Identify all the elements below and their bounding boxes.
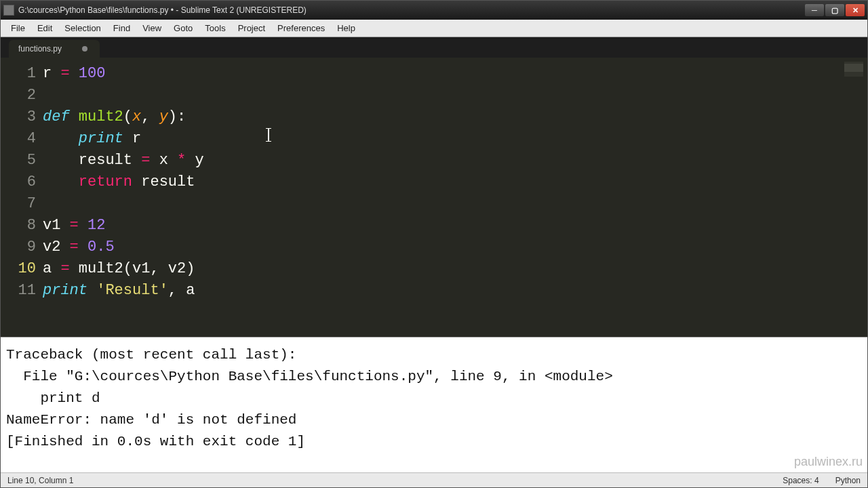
menu-item-goto[interactable]: Goto	[167, 21, 199, 35]
file-tab[interactable]: functions.py	[9, 40, 100, 58]
line-number: 9	[1, 237, 36, 258]
minimap-viewport	[844, 64, 863, 72]
app-window: G:\cources\Python Base\files\functions.p…	[0, 0, 868, 488]
gutter: 1234567891011	[1, 58, 43, 337]
code-line[interactable]: v1 = 12	[43, 215, 867, 237]
menu-item-project[interactable]: Project	[232, 21, 271, 35]
close-button[interactable]: ✕	[846, 4, 865, 16]
code-line[interactable]: result = x * y	[43, 150, 867, 171]
minimap[interactable]	[844, 62, 863, 77]
menu-item-file[interactable]: File	[5, 21, 31, 35]
menu-item-view[interactable]: View	[136, 21, 167, 35]
dirty-indicator-icon	[82, 46, 87, 52]
window-controls: ─ ▢ ✕	[805, 4, 865, 16]
code-line[interactable]: print 'Result', a	[43, 280, 867, 302]
build-output: Traceback (most recent call last): File …	[1, 337, 867, 472]
line-number: 11	[1, 280, 36, 302]
editor[interactable]: 1234567891011 r = 100def mult2(x, y): pr…	[1, 58, 867, 337]
code-area[interactable]: r = 100def mult2(x, y): print r result =…	[43, 58, 867, 337]
line-number: 7	[1, 193, 36, 215]
tab-label: functions.py	[18, 44, 62, 54]
status-position: Line 10, Column 1	[7, 476, 73, 485]
status-bar: Line 10, Column 1 Spaces: 4 Python	[1, 472, 867, 487]
menu-bar: FileEditSelectionFindViewGotoToolsProjec…	[1, 20, 867, 37]
status-indent[interactable]: Spaces: 4	[783, 476, 818, 485]
menu-item-preferences[interactable]: Preferences	[271, 21, 331, 35]
line-number: 4	[1, 128, 36, 150]
menu-item-tools[interactable]: Tools	[199, 21, 231, 35]
app-icon	[3, 5, 14, 16]
menu-item-help[interactable]: Help	[331, 21, 361, 35]
menu-item-selection[interactable]: Selection	[58, 21, 106, 35]
window-title: G:\cources\Python Base\files\functions.p…	[18, 5, 805, 15]
title-bar: G:\cources\Python Base\files\functions.p…	[1, 1, 867, 20]
minimize-button[interactable]: ─	[805, 4, 824, 16]
watermark: paulwinex.ru	[794, 455, 863, 469]
menu-item-find[interactable]: Find	[107, 21, 136, 35]
maximize-button[interactable]: ▢	[825, 4, 844, 16]
line-number: 8	[1, 215, 36, 237]
code-line[interactable]: r = 100	[43, 63, 867, 85]
code-line[interactable]: a = mult2(v1, v2)	[43, 258, 867, 280]
text-cursor-icon	[268, 128, 269, 142]
line-number: 3	[1, 106, 36, 128]
code-line[interactable]: return result	[43, 171, 867, 193]
code-line[interactable]	[43, 85, 867, 106]
line-number: 6	[1, 171, 36, 193]
line-number: 1	[1, 63, 36, 85]
code-line[interactable]: print r	[43, 128, 867, 150]
status-syntax[interactable]: Python	[835, 476, 861, 485]
code-line[interactable]: v2 = 0.5	[43, 237, 867, 258]
line-number: 10	[1, 258, 36, 280]
line-number: 2	[1, 85, 36, 106]
code-line[interactable]: def mult2(x, y):	[43, 106, 867, 128]
menu-item-edit[interactable]: Edit	[31, 21, 58, 35]
tab-bar: functions.py	[1, 37, 867, 58]
code-line[interactable]	[43, 193, 867, 215]
line-number: 5	[1, 150, 36, 171]
